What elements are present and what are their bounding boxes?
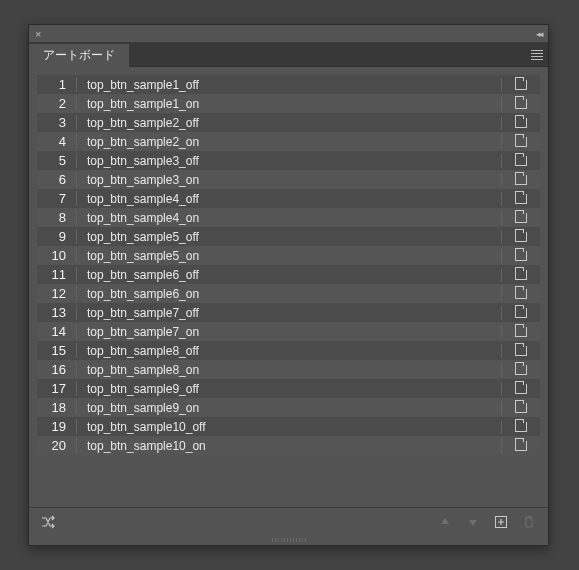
- artboard-options-button[interactable]: [502, 384, 540, 394]
- artboard-name[interactable]: top_btn_sample8_on: [77, 363, 502, 377]
- artboard-icon: [515, 156, 527, 166]
- move-down-button[interactable]: [464, 513, 482, 531]
- artboard-options-button[interactable]: [502, 403, 540, 413]
- artboard-options-button[interactable]: [502, 156, 540, 166]
- artboard-row[interactable]: 20top_btn_sample10_on: [37, 436, 540, 455]
- artboard-options-button[interactable]: [502, 422, 540, 432]
- artboard-icon: [515, 99, 527, 109]
- artboard-index: 18: [37, 400, 77, 415]
- artboards-panel: × ◂◂ アートボード 1top_btn_sample1_off2top_btn…: [28, 24, 549, 546]
- artboard-row[interactable]: 18top_btn_sample9_on: [37, 398, 540, 417]
- artboard-row[interactable]: 17top_btn_sample9_off: [37, 379, 540, 398]
- artboard-name[interactable]: top_btn_sample2_on: [77, 135, 502, 149]
- artboard-name[interactable]: top_btn_sample3_off: [77, 154, 502, 168]
- artboard-name[interactable]: top_btn_sample4_off: [77, 192, 502, 206]
- move-up-button[interactable]: [436, 513, 454, 531]
- artboard-options-button[interactable]: [502, 289, 540, 299]
- artboard-name[interactable]: top_btn_sample2_off: [77, 116, 502, 130]
- artboard-name[interactable]: top_btn_sample10_on: [77, 439, 502, 453]
- artboard-row[interactable]: 6top_btn_sample3_on: [37, 170, 540, 189]
- artboard-options-button[interactable]: [502, 80, 540, 90]
- artboard-row[interactable]: 3top_btn_sample2_off: [37, 113, 540, 132]
- artboard-name[interactable]: top_btn_sample6_off: [77, 268, 502, 282]
- artboard-options-button[interactable]: [502, 137, 540, 147]
- artboard-name[interactable]: top_btn_sample6_on: [77, 287, 502, 301]
- artboard-options-button[interactable]: [502, 365, 540, 375]
- artboard-row[interactable]: 11top_btn_sample6_off: [37, 265, 540, 284]
- artboard-name[interactable]: top_btn_sample7_on: [77, 325, 502, 339]
- arrow-up-icon: [439, 516, 451, 528]
- artboard-name[interactable]: top_btn_sample1_on: [77, 97, 502, 111]
- artboard-options-button[interactable]: [502, 175, 540, 185]
- artboard-name[interactable]: top_btn_sample4_on: [77, 211, 502, 225]
- resize-grip-bar[interactable]: [29, 535, 548, 545]
- artboard-name[interactable]: top_btn_sample8_off: [77, 344, 502, 358]
- artboard-icon: [515, 308, 527, 318]
- artboard-options-button[interactable]: [502, 441, 540, 451]
- artboard-icon: [515, 194, 527, 204]
- artboard-row[interactable]: 5top_btn_sample3_off: [37, 151, 540, 170]
- artboard-options-button[interactable]: [502, 308, 540, 318]
- artboard-index: 9: [37, 229, 77, 244]
- artboard-row[interactable]: 9top_btn_sample5_off: [37, 227, 540, 246]
- artboard-row[interactable]: 15top_btn_sample8_off: [37, 341, 540, 360]
- panel-tabbar: アートボード: [29, 43, 548, 67]
- artboard-row[interactable]: 13top_btn_sample7_off: [37, 303, 540, 322]
- artboard-row[interactable]: 19top_btn_sample10_off: [37, 417, 540, 436]
- artboard-index: 5: [37, 153, 77, 168]
- artboard-options-button[interactable]: [502, 270, 540, 280]
- artboard-index: 14: [37, 324, 77, 339]
- artboard-name[interactable]: top_btn_sample1_off: [77, 78, 502, 92]
- artboard-icon: [515, 384, 527, 394]
- panel-titlebar: × ◂◂: [29, 25, 548, 43]
- artboard-options-button[interactable]: [502, 251, 540, 261]
- grip-icon: [272, 538, 306, 542]
- artboard-options-button[interactable]: [502, 213, 540, 223]
- artboard-row[interactable]: 2top_btn_sample1_on: [37, 94, 540, 113]
- artboard-row[interactable]: 12top_btn_sample6_on: [37, 284, 540, 303]
- artboard-icon: [515, 403, 527, 413]
- rearrange-button[interactable]: [39, 513, 57, 531]
- artboard-index: 15: [37, 343, 77, 358]
- tab-artboards[interactable]: アートボード: [29, 44, 130, 67]
- artboard-options-button[interactable]: [502, 327, 540, 337]
- artboard-index: 2: [37, 96, 77, 111]
- artboard-row[interactable]: 14top_btn_sample7_on: [37, 322, 540, 341]
- artboard-row[interactable]: 16top_btn_sample8_on: [37, 360, 540, 379]
- artboard-index: 17: [37, 381, 77, 396]
- artboard-row[interactable]: 7top_btn_sample4_off: [37, 189, 540, 208]
- artboard-index: 6: [37, 172, 77, 187]
- artboard-index: 11: [37, 267, 77, 282]
- artboard-icon: [515, 232, 527, 242]
- artboard-row[interactable]: 1top_btn_sample1_off: [37, 75, 540, 94]
- artboard-index: 4: [37, 134, 77, 149]
- artboard-icon: [515, 422, 527, 432]
- artboard-options-button[interactable]: [502, 232, 540, 242]
- collapse-icon[interactable]: ◂◂: [536, 29, 542, 39]
- artboard-row[interactable]: 10top_btn_sample5_on: [37, 246, 540, 265]
- artboard-name[interactable]: top_btn_sample9_off: [77, 382, 502, 396]
- new-artboard-button[interactable]: [492, 513, 510, 531]
- artboard-row[interactable]: 4top_btn_sample2_on: [37, 132, 540, 151]
- artboard-icon: [515, 137, 527, 147]
- artboard-name[interactable]: top_btn_sample3_on: [77, 173, 502, 187]
- artboard-options-button[interactable]: [502, 118, 540, 128]
- artboard-options-button[interactable]: [502, 194, 540, 204]
- artboard-options-button[interactable]: [502, 99, 540, 109]
- artboard-icon: [515, 251, 527, 261]
- artboard-options-button[interactable]: [502, 346, 540, 356]
- artboard-row[interactable]: 8top_btn_sample4_on: [37, 208, 540, 227]
- delete-artboard-button[interactable]: [520, 513, 538, 531]
- artboard-index: 20: [37, 438, 77, 453]
- artboard-name[interactable]: top_btn_sample7_off: [77, 306, 502, 320]
- artboard-list: 1top_btn_sample1_off2top_btn_sample1_on3…: [37, 75, 540, 455]
- artboard-name[interactable]: top_btn_sample10_off: [77, 420, 502, 434]
- artboard-list-container: 1top_btn_sample1_off2top_btn_sample1_on3…: [29, 67, 548, 507]
- artboard-index: 3: [37, 115, 77, 130]
- artboard-icon: [515, 441, 527, 451]
- close-icon[interactable]: ×: [35, 27, 41, 41]
- artboard-name[interactable]: top_btn_sample5_on: [77, 249, 502, 263]
- artboard-name[interactable]: top_btn_sample5_off: [77, 230, 502, 244]
- panel-menu-button[interactable]: [526, 43, 548, 66]
- artboard-name[interactable]: top_btn_sample9_on: [77, 401, 502, 415]
